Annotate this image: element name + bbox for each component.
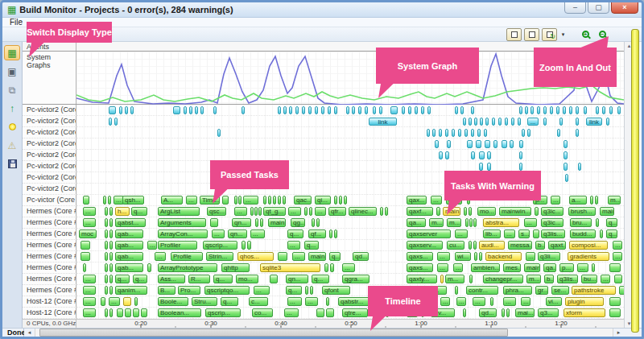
task-bar[interactable] — [283, 196, 286, 205]
task-bar[interactable] — [109, 118, 112, 126]
task-bar[interactable]: qaxt... — [548, 241, 566, 250]
task-bar[interactable]: composi... — [569, 241, 608, 250]
task-bar[interactable] — [263, 196, 266, 205]
task-bar[interactable] — [326, 308, 334, 317]
task-bar[interactable]: ... — [155, 252, 166, 261]
task-bar[interactable] — [238, 196, 242, 205]
task-bar[interactable]: ... — [503, 297, 516, 306]
task-bar[interactable] — [445, 151, 449, 159]
task-bar[interactable]: ... — [473, 297, 485, 306]
task-bar[interactable]: se... — [551, 286, 569, 295]
task-bar[interactable] — [130, 106, 134, 114]
task-bar[interactable]: c... — [249, 297, 268, 306]
task-bar[interactable] — [254, 207, 258, 216]
task-bar[interactable]: xform — [564, 308, 605, 317]
task-bar[interactable] — [247, 241, 251, 250]
task-bar[interactable]: ... — [287, 241, 300, 250]
task-bar[interactable] — [467, 140, 473, 148]
task-bar[interactable]: q... — [221, 297, 238, 306]
task-bar[interactable] — [213, 106, 217, 114]
task-bar[interactable] — [463, 118, 466, 126]
task-bar[interactable]: qg... — [291, 218, 305, 227]
task-bar[interactable]: contr... — [466, 286, 498, 295]
task-bar[interactable] — [105, 241, 108, 250]
task-bar[interactable] — [535, 207, 539, 216]
task-bar[interactable]: qa... — [407, 218, 426, 227]
task-bar[interactable]: q3li... — [538, 252, 560, 261]
task-bar[interactable]: a... — [569, 196, 587, 205]
task-bar[interactable]: R... — [188, 275, 210, 283]
task-bar[interactable]: abstra... — [483, 218, 519, 227]
task-bar[interactable] — [490, 297, 493, 306]
task-bar[interactable] — [493, 140, 497, 148]
task-bar[interactable] — [358, 106, 361, 114]
task-bar[interactable]: ... — [83, 308, 96, 317]
task-bar[interactable] — [270, 275, 278, 283]
task-bar[interactable] — [295, 106, 299, 114]
task-bar[interactable]: backend — [485, 252, 522, 261]
task-bar[interactable]: qscrip... — [205, 308, 241, 317]
task-bar[interactable] — [439, 129, 442, 137]
task-bar[interactable] — [522, 129, 525, 137]
task-bar[interactable]: ... — [440, 297, 450, 306]
task-bar[interactable]: main — [600, 207, 614, 216]
task-bar[interactable]: main — [308, 252, 326, 261]
task-bar[interactable]: messa... — [508, 241, 532, 250]
task-bar[interactable] — [147, 263, 151, 272]
task-bar[interactable] — [109, 286, 113, 295]
task-bar[interactable] — [105, 263, 108, 272]
task-bar[interactable] — [480, 118, 483, 126]
task-bar[interactable] — [471, 129, 474, 137]
task-bar[interactable] — [308, 106, 312, 114]
task-bar[interactable] — [469, 207, 472, 216]
sidebar-button-warnings[interactable]: ⚠ — [4, 138, 20, 153]
task-bar[interactable] — [103, 196, 106, 205]
task-bar[interactable]: ... — [250, 229, 265, 238]
task-bar[interactable] — [105, 308, 108, 317]
task-bar[interactable] — [557, 129, 560, 137]
task-bar[interactable] — [471, 106, 474, 114]
task-bar[interactable]: m... — [608, 196, 621, 205]
task-bar[interactable]: audi... — [479, 241, 505, 250]
task-bar[interactable] — [519, 151, 522, 159]
task-bar[interactable] — [312, 218, 315, 227]
task-bar[interactable] — [465, 218, 469, 227]
task-bar[interactable] — [278, 196, 281, 205]
task-bar[interactable]: ... — [521, 297, 530, 306]
task-bar[interactable]: qabstr... — [338, 297, 370, 306]
task-bar[interactable]: ... — [109, 297, 120, 306]
task-bar[interactable] — [258, 207, 262, 216]
task-bar[interactable] — [592, 263, 595, 272]
task-bar[interactable]: q... — [287, 229, 303, 238]
task-bar[interactable]: q3... — [538, 308, 559, 317]
task-bar[interactable] — [576, 106, 579, 114]
sidebar-button-tip[interactable] — [4, 119, 20, 134]
task-bar[interactable]: ... — [577, 263, 588, 272]
task-bar[interactable] — [530, 106, 534, 114]
task-bar[interactable] — [479, 163, 483, 171]
task-bar[interactable]: q... — [606, 218, 617, 227]
task-bar[interactable]: ... — [83, 207, 96, 216]
task-bar[interactable] — [222, 196, 229, 205]
task-bar[interactable] — [289, 106, 292, 114]
task-bar[interactable] — [519, 106, 522, 114]
task-bar[interactable]: m... — [447, 218, 461, 227]
task-bar[interactable]: brush... — [568, 207, 596, 216]
task-bar[interactable]: qgra... — [342, 275, 369, 283]
task-bar[interactable]: qhos... — [237, 252, 274, 261]
task-bar[interactable]: q... — [304, 241, 319, 250]
task-bar[interactable] — [609, 297, 621, 306]
task-bar[interactable] — [334, 229, 337, 238]
task-bar[interactable]: ... — [288, 207, 301, 216]
task-bar[interactable]: qn... — [228, 229, 247, 238]
task-bar[interactable] — [83, 196, 89, 205]
task-bar[interactable] — [485, 118, 489, 126]
task-bar[interactable] — [452, 129, 455, 137]
task-bar[interactable] — [502, 140, 507, 148]
sidebar-button-build-output[interactable]: ▣ — [4, 64, 20, 79]
task-bar[interactable] — [596, 218, 599, 227]
sidebar-button-save[interactable] — [4, 156, 20, 172]
task-bar[interactable] — [537, 106, 540, 114]
task-bar[interactable]: qsc... — [207, 207, 226, 216]
task-bar[interactable] — [485, 140, 490, 148]
